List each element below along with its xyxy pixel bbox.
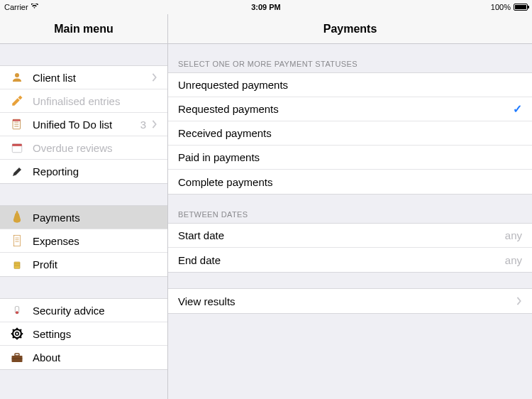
row-label: End date [178,254,505,266]
sidebar-item-todo[interactable]: Unified To Do list 3 [0,113,167,136]
svg-rect-12 [12,358,23,359]
status-label: Unrequested payments [178,79,522,91]
sidebar-item-unfinalised: Unfinalised entries [0,89,167,113]
list-icon [10,117,24,131]
status-label: Paid in payments [178,151,522,163]
status-list: Unrequested payments Requested payments … [168,72,532,195]
pencil-icon [10,94,24,108]
svg-rect-11 [15,354,19,356]
sidebar-item-label: Overdue reviews [33,142,157,154]
sidebar-item-label: Reporting [33,165,157,177]
sidebar-item-reporting[interactable]: Reporting [0,160,167,183]
status-complete[interactable]: Complete payments [168,170,532,194]
coins-icon [10,258,24,272]
sidebar-item-security[interactable]: Security advice [0,299,167,322]
chevron-right-icon [152,73,157,82]
status-received[interactable]: Received payments [168,121,532,146]
section-header-dates: Between dates [168,195,532,223]
page-title: Payments [168,14,532,44]
sidebar-item-label: Payments [33,212,157,224]
sidebar-badge: 3 [140,119,146,131]
sidebar-item-label: About [33,351,157,364]
row-value: any [505,254,522,266]
row-value: any [505,229,522,241]
row-label: View results [178,295,516,307]
statusbar: Carrier 3:09 PM 100% [0,0,532,14]
sidebar-item-profit[interactable]: Profit [0,253,167,276]
status-label: Received payments [178,127,522,139]
status-requested[interactable]: Requested payments ✓ [168,97,532,121]
briefcase-icon [10,351,24,365]
sidebar-item-label: Expenses [33,235,157,247]
sidebar-item-label: Security advice [33,305,157,317]
sidebar-group-main: Client list Unfinalised entries Unified … [0,65,167,184]
sidebar-item-label: Profit [33,258,157,270]
svg-rect-5 [14,262,20,268]
money-bag-icon [10,210,24,224]
checkmark-icon: ✓ [513,102,522,116]
row-label: Start date [178,229,505,241]
carrier-label: Carrier [4,3,28,11]
svg-point-7 [16,311,18,314]
svg-rect-1 [13,119,21,121]
content: Select one or more payment statuses Unre… [168,44,532,399]
end-date-row[interactable]: End date any [168,248,532,272]
view-results-group: View results [168,288,532,314]
sidebar-item-about[interactable]: About [0,346,167,369]
gear-icon [10,327,24,341]
svg-point-9 [16,332,19,336]
sidebar-item-label: Unified To Do list [33,119,140,131]
calendar-icon [10,141,24,155]
sidebar-item-label: Client list [33,72,152,84]
wifi-icon [31,3,40,11]
sidebar-item-payments[interactable]: Payments [0,206,167,229]
view-results-button[interactable]: View results [168,289,532,313]
date-range: Start date any End date any [168,223,532,273]
section-header-statuses: Select one or more payment statuses [168,44,532,72]
receipt-icon [10,234,24,248]
sidebar-item-client-list[interactable]: Client list [0,66,167,89]
status-paidin[interactable]: Paid in payments [168,146,532,170]
chevron-right-icon [516,297,522,305]
sidebar: Client list Unfinalised entries Unified … [0,44,168,399]
battery-icon [514,4,528,11]
svg-rect-4 [14,235,21,246]
start-date-row[interactable]: Start date any [168,224,532,248]
sidebar-title: Main menu [0,14,168,44]
sidebar-item-expenses[interactable]: Expenses [0,229,167,253]
battery-pct: 100% [491,3,511,11]
status-label: Requested payments [178,103,513,115]
pen-icon [10,165,24,179]
clock: 3:09 PM [251,3,281,11]
sidebar-item-label: Unfinalised entries [33,95,157,107]
sidebar-item-label: Settings [33,328,157,340]
shield-icon [10,303,24,317]
chevron-right-icon [152,120,157,129]
sidebar-group-finance: Payments Expenses Profit [0,205,167,277]
status-label: Complete payments [178,176,522,188]
sidebar-group-misc: Security advice Settings About [0,298,167,370]
sidebar-item-settings[interactable]: Settings [0,322,167,346]
svg-rect-3 [12,144,22,146]
person-icon [10,70,24,84]
sidebar-item-overdue: Overdue reviews [0,136,167,160]
status-unrequested[interactable]: Unrequested payments [168,73,532,97]
